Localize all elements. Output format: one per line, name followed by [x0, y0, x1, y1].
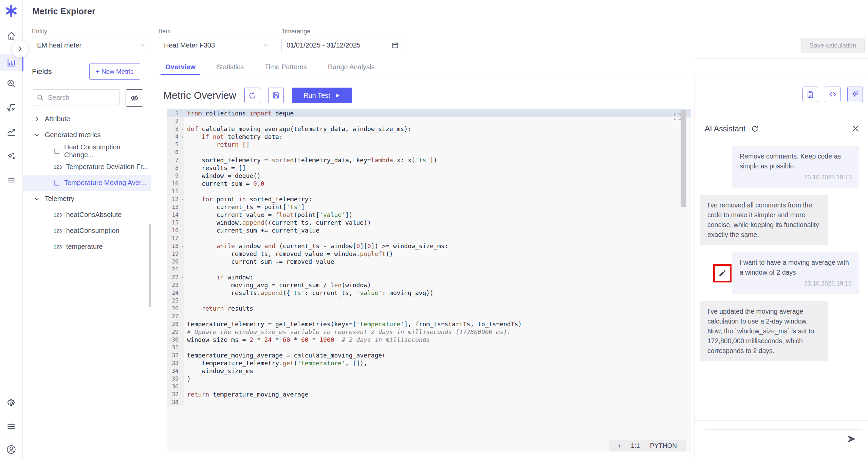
run-test-button[interactable]: Run Test	[292, 88, 352, 103]
sidebar-item-menu[interactable]	[0, 171, 22, 189]
fields-scrollbar[interactable]	[149, 224, 151, 307]
chevron-right-icon[interactable]	[34, 116, 40, 122]
editor-scrollbar[interactable]	[681, 110, 686, 207]
tab-overview[interactable]: Overview	[161, 58, 200, 75]
cursor-position: 1:1	[631, 442, 640, 449]
sidebar-item-ai[interactable]	[0, 147, 22, 165]
edit-message-button[interactable]	[715, 266, 730, 281]
metric-explorer-app: Metric Explorer Entity EM heat meter Ite…	[0, 0, 868, 459]
tree-item-heat-consumption-change[interactable]: Heat Consumption Change...	[22, 143, 151, 159]
chevron-down-icon[interactable]	[34, 132, 40, 138]
tree-label: Telemetry	[45, 195, 74, 203]
code-editor[interactable]: 1from collections import deque23▾def cal…	[167, 109, 691, 452]
assistant-message-row: I've removed all comments from the code …	[700, 195, 859, 245]
chevron-down-icon[interactable]	[34, 196, 40, 202]
search-input[interactable]	[47, 93, 106, 102]
ai-sparkle-icon	[851, 90, 860, 99]
close-assistant-button[interactable]	[851, 124, 860, 133]
tab-statistics[interactable]: Statistics	[212, 58, 248, 75]
hide-fields-button[interactable]	[126, 89, 143, 107]
sidebar-item-preferences[interactable]	[0, 418, 22, 435]
code-line: 11	[167, 187, 691, 195]
send-message-button[interactable]	[846, 434, 856, 444]
calendar-icon[interactable]	[391, 41, 399, 49]
chat-input-box	[705, 429, 862, 448]
sidebar-item-metric-search[interactable]	[0, 75, 22, 92]
line-number: 12▾	[167, 195, 184, 203]
refresh-chat-button[interactable]	[751, 125, 759, 133]
line-number: 35	[167, 375, 184, 383]
fields-tree: AttributeGenerated metricsHeat Consumpti…	[22, 111, 151, 255]
sidebar-rail	[0, 0, 23, 459]
code-line: 21	[167, 265, 691, 273]
code-text: temperature_moving_average = calculate_m…	[184, 351, 386, 359]
notes-button[interactable]	[802, 87, 818, 102]
ai-assistant-title: AI Assistant	[705, 124, 745, 133]
metric-overview-heading: Metric Overview	[163, 90, 236, 101]
tree-item-heatconsumption[interactable]: 123heatConsumption	[22, 223, 151, 239]
assistant-message-bubble: I've updated the moving average calculat…	[700, 301, 828, 361]
reset-code-button[interactable]	[244, 88, 260, 103]
code-text	[184, 234, 187, 242]
trend-icon	[6, 127, 16, 137]
fold-arrow-icon[interactable]: ▾	[181, 133, 183, 141]
bar-metric-icon	[54, 148, 60, 154]
sidebar-item-formula[interactable]	[0, 99, 22, 117]
run-test-label: Run Test	[303, 92, 330, 99]
code-text: if not telemetry_data:	[184, 133, 283, 141]
fold-arrow-icon[interactable]: ▾	[181, 125, 183, 133]
code-text	[184, 344, 187, 351]
code-line: 13 current_ts = point['ts']	[167, 203, 691, 211]
tree-item-temperature-deviation-fr[interactable]: 123Temperature Deviation Fr...	[22, 159, 151, 175]
code-line: 7 sorted_telemetry = sorted(telemetry_da…	[167, 156, 691, 164]
tab-time-patterns[interactable]: Time Patterns	[260, 58, 312, 75]
tree-section-generated-metrics[interactable]: Generated metrics	[22, 127, 151, 143]
tree-section-attribute[interactable]: Attribute	[22, 111, 151, 127]
sidebar-item-settings[interactable]	[0, 394, 22, 412]
code-line: 29# Update the window_size_ms variable t…	[167, 328, 691, 336]
sidebar-expand-button[interactable]	[11, 40, 29, 58]
tree-item-temperature-moving-aver[interactable]: Temperature Moving Aver...	[22, 175, 151, 191]
fold-arrow-icon[interactable]: ▾	[181, 196, 183, 203]
tab-bar: OverviewStatisticsTime PatternsRange Ana…	[152, 58, 391, 75]
code-line: 4▾ if not telemetry_data:	[167, 133, 691, 141]
code-text	[184, 187, 187, 195]
code-text: def calculate_moving_average(telemetry_d…	[184, 125, 411, 133]
tree-item-heatconsabsolute[interactable]: 123heatConsAbsolute	[22, 207, 151, 223]
code-line: 19 removed_ts, removed_value = window.po…	[167, 250, 691, 258]
tree-label: Generated metrics	[45, 131, 101, 139]
numeric-field-icon: 123	[54, 244, 62, 250]
bar-chart-icon	[6, 58, 16, 67]
ai-assistant-button[interactable]	[847, 87, 863, 102]
code-text	[184, 383, 187, 390]
sidebar-item-trend[interactable]	[0, 123, 22, 141]
tree-item-temperature[interactable]: 123temperature	[22, 239, 151, 255]
collapse-statusbar-icon[interactable]: ‹	[618, 441, 621, 450]
code-text	[184, 297, 187, 305]
new-metric-button[interactable]: + New Metric	[89, 63, 140, 80]
fold-arrow-icon[interactable]: ▾	[181, 242, 183, 250]
line-number: 23	[167, 281, 184, 289]
code-text: from collections import deque	[184, 109, 294, 117]
code-view-button[interactable]	[825, 87, 841, 102]
save-calculation-button[interactable]: Save calculation	[801, 38, 865, 53]
line-number: 27	[167, 312, 184, 320]
timerange-input[interactable]: 01/01/2025 - 31/12/2025	[281, 38, 404, 52]
entity-select[interactable]: EM heat meter	[32, 38, 150, 52]
code-text: # Update the window_size_ms variable to …	[184, 328, 511, 336]
fold-arrow-icon[interactable]: ▾	[181, 274, 183, 281]
tab-range-analysis[interactable]: Range Analysis	[323, 58, 380, 75]
chat-input[interactable]	[705, 435, 846, 443]
code-text	[184, 148, 187, 156]
tree-section-telemetry[interactable]: Telemetry	[22, 191, 151, 207]
filter-bar: Entity EM heat meter Item Heat Meter F30…	[22, 22, 868, 59]
code-line: 34 window_size_ms	[167, 367, 691, 375]
sidebar-item-user[interactable]	[0, 441, 22, 458]
item-select[interactable]: Heat Meter F303	[159, 38, 273, 52]
line-number: 4▾	[167, 133, 184, 141]
user-avatar-icon	[6, 444, 16, 455]
line-number: 6	[167, 148, 184, 156]
save-code-button[interactable]	[268, 88, 284, 103]
numeric-field-icon: 123	[54, 164, 62, 170]
tree-label: Heat Consumption Change...	[64, 143, 151, 159]
